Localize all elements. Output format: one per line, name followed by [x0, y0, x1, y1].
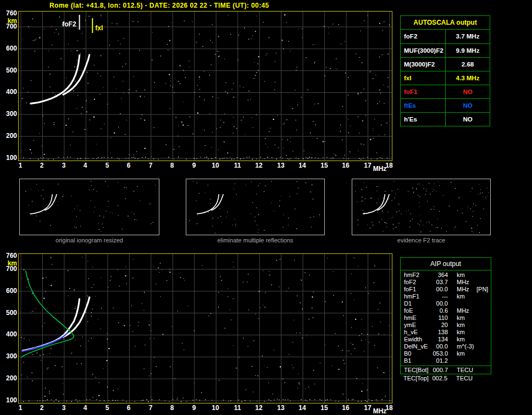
x-axis-tick: 12 [252, 162, 265, 169]
param-note [473, 314, 491, 322]
x-axis-tick: 4 [79, 405, 92, 411]
x-axis-tick: 9 [187, 162, 201, 169]
x-axis-tick: 11 [231, 162, 244, 169]
x-axis-tick: 6 [122, 162, 135, 169]
noise-dots [21, 14, 390, 159]
y-axis-tick: 500 [1, 67, 17, 74]
param-note [473, 336, 491, 343]
mini-trace [31, 194, 52, 214]
param-value: 20 [431, 322, 448, 329]
autoscala-row: ftEsNO [401, 98, 490, 112]
param-value: NO [446, 113, 490, 126]
thumbnail-canvas [352, 179, 490, 235]
autoscala-row: M(3000)F22.68 [401, 57, 490, 71]
param-note [473, 343, 491, 350]
y-axis-tick: 100 [1, 397, 17, 403]
param-unit [448, 357, 473, 364]
param-label: foE [401, 307, 431, 314]
param-value: 134 [431, 336, 448, 343]
param-label: h'Es [401, 113, 446, 126]
y-axis-tick: 200 [1, 375, 17, 381]
scaled-ionogram-plot: foF2fxI [18, 11, 392, 161]
x-axis-tick: 15 [318, 162, 331, 169]
thumbnail-multiple-reflections-removed [186, 179, 325, 235]
x-axis-tick: 5 [101, 162, 114, 169]
y-axis-tick: 760 [1, 252, 17, 259]
x-axis-tick: 14 [296, 405, 309, 411]
aip-row: TEC[Top]002.5TECU [400, 375, 491, 382]
param-value: 2.68 [446, 58, 490, 71]
x-axis-tick: 7 [144, 405, 157, 411]
param-label: fxI [401, 71, 446, 85]
tec-separator-line [401, 366, 491, 366]
param-unit: TECU [447, 375, 473, 382]
param-unit: km [448, 314, 473, 322]
y-axis-unit-label: km [1, 260, 17, 267]
param-value: 110 [431, 314, 448, 322]
y-axis-tick: 400 [1, 88, 17, 95]
noise-dots [355, 181, 489, 234]
x-axis-tick: 1 [14, 162, 27, 169]
x-axis-tick: 10 [209, 162, 222, 169]
y-axis-tick: 100 [1, 154, 17, 161]
x-axis-tick: 8 [165, 162, 179, 169]
scaled-ionogram-canvas: foF2fxI [19, 12, 392, 161]
f2-ordinary-trace [31, 56, 80, 104]
autoscala-output-table: AUTOSCALA output foF23.7 MHzMUF(3000)F29… [400, 15, 490, 126]
y-axis-tick: 200 [1, 132, 17, 139]
aip-row: hmF2364km [401, 272, 491, 279]
param-value: NO [446, 85, 490, 98]
param-unit: m^(-3) [448, 343, 473, 350]
x-axis-unit-label: MHz [372, 408, 388, 414]
aip-row: DelN_vE00.0m^(-3) [401, 343, 491, 350]
y-axis-tick: 300 [1, 353, 17, 359]
x-axis-tick: 2 [35, 162, 48, 169]
x-axis-tick: 2 [35, 405, 48, 411]
thumbnail-caption: eliminate multiple reflections [186, 237, 325, 244]
param-label: ftEs [401, 99, 446, 112]
param-unit: km [448, 322, 473, 329]
param-note [473, 307, 491, 314]
autoscala-row: MUF(3000)F29.9 MHz [401, 43, 490, 57]
thumbnail-canvas [20, 179, 159, 235]
param-value: NO [446, 99, 490, 112]
param-value: 00.0 [431, 286, 448, 293]
x-axis-tick: 1 [14, 405, 27, 411]
param-label: B0 [401, 350, 431, 357]
y-axis-tick: 300 [1, 110, 17, 117]
x-axis-tick: 7 [144, 162, 157, 169]
param-value: 3.7 MHz [446, 30, 490, 43]
station-date-time-header: Rome (lat: +41.8, lon: 012.5) - DATE: 20… [49, 2, 269, 9]
param-label: foF2 [401, 279, 431, 286]
param-label: M(3000)F2 [401, 58, 446, 71]
param-unit: MHz [448, 307, 473, 314]
param-value: 03.7 [431, 279, 448, 286]
param-label: ymE [401, 322, 431, 329]
param-unit: TECU [448, 367, 473, 374]
thumbnail-canvas [186, 179, 324, 235]
y-axis-tick: 400 [1, 331, 17, 337]
param-unit: km [448, 350, 473, 357]
y-axis-tick: 600 [1, 287, 17, 294]
param-note [473, 300, 491, 307]
x-axis-tick: 14 [296, 162, 309, 169]
param-note [473, 350, 491, 357]
aip-output-table: AIP output hmF2364kmfoF203.7MHzfoF100.0M… [400, 257, 491, 374]
param-value: 01.2 [431, 357, 448, 364]
param-value: 364 [431, 272, 448, 279]
param-label: hmE [401, 314, 431, 322]
param-unit: km [448, 336, 473, 343]
param-label: TEC[Bot] [401, 367, 431, 374]
autoscala-row: fxI4.3 MHz [401, 71, 490, 85]
thumbnail-original-ionogram [19, 179, 159, 235]
noise-dots [189, 181, 320, 234]
param-label: foF2 [401, 30, 446, 43]
param-label: hmF2 [401, 272, 431, 279]
x-axis-tick: 10 [209, 405, 222, 411]
param-label: TEC[Top] [400, 375, 431, 382]
param-unit: km [448, 293, 473, 300]
param-note [473, 357, 491, 364]
aip-row: h_vE138km [401, 329, 491, 336]
param-unit: km [448, 329, 473, 336]
aip-row: foF203.7MHz [401, 279, 491, 286]
